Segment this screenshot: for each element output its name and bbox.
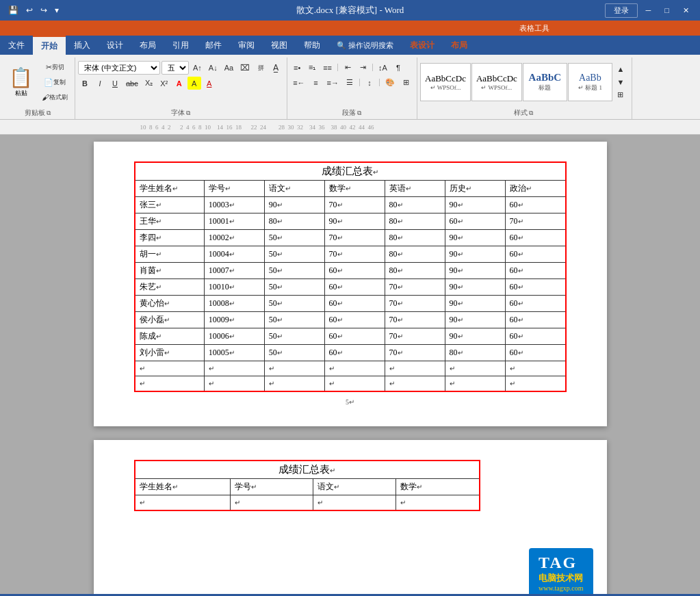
subscript-button[interactable]: X₂ <box>142 77 156 90</box>
line-spacing-button[interactable]: ↕ <box>363 76 376 89</box>
style-normal2-label: ↵ WPSOf... <box>481 84 512 91</box>
style-heading1[interactable]: AaBbC 标题 <box>523 63 567 101</box>
sort-button[interactable]: ↕A <box>376 61 390 74</box>
align-right-button[interactable]: ≡→ <box>324 76 341 89</box>
customize-qat-button[interactable]: ▾ <box>52 4 62 16</box>
style-normal[interactable]: AaBbCcDc ↵ WPSOf... <box>420 63 471 101</box>
table2-empty-row: ↵ ↵ ↵ ↵ <box>135 495 479 510</box>
superscript-button[interactable]: X² <box>157 77 171 90</box>
show-marks-button[interactable]: ¶ <box>391 61 405 74</box>
cell-history-0: 90↵ <box>445 197 505 213</box>
multilevel-list-button[interactable]: ≡≡ <box>320 61 335 74</box>
title-text: 散文.docx [兼容模式] - Word <box>296 5 404 15</box>
cut-button[interactable]: ✂ 剪切 <box>39 60 70 74</box>
tab-table-layout[interactable]: 布局 <box>443 36 476 55</box>
clipboard-expander[interactable]: ⧉ <box>47 109 51 117</box>
styles-expander[interactable]: ⧉ <box>529 109 533 117</box>
title-para-mark: ↵ <box>373 168 378 176</box>
strikethrough-button[interactable]: abc <box>123 77 141 90</box>
font-name-selector[interactable]: 宋体 (中文正文) <box>78 61 160 75</box>
clear-format-button[interactable]: ⌧ <box>237 62 252 75</box>
align-center-button[interactable]: ≡ <box>309 76 323 89</box>
decrease-font-button[interactable]: A↓ <box>206 62 220 75</box>
tab-file[interactable]: 文件 <box>0 36 33 55</box>
table-header-row: 学生姓名↵ 学号↵ 语文↵ 数学↵ 英语↵ 历史↵ 政治↵ <box>135 181 565 197</box>
para-divider-2 <box>372 64 373 71</box>
highlight-button[interactable]: A <box>187 77 201 90</box>
paste-button[interactable]: 📋 粘贴 <box>4 64 38 100</box>
styles-scroll-down[interactable]: ▼ <box>614 76 627 89</box>
paste-label: 粘贴 <box>15 89 27 98</box>
tab-insert[interactable]: 插入 <box>66 36 99 55</box>
header-chinese: 语文↵ <box>264 181 324 197</box>
font-color-button[interactable]: A <box>172 77 186 90</box>
style-normal2[interactable]: AaBbCcDc ↵ WPSOf... <box>471 63 522 101</box>
style-heading1-preview: AaBbC <box>529 72 562 83</box>
paragraph-expander[interactable]: ⧉ <box>357 109 361 117</box>
tab-layout[interactable]: 布局 <box>131 36 164 55</box>
tab-home[interactable]: 开始 <box>33 36 66 55</box>
copy-button[interactable]: 📄 复制 <box>39 75 70 89</box>
close-button[interactable]: ✕ <box>677 5 695 16</box>
tab-design[interactable]: 设计 <box>99 36 131 55</box>
border-button[interactable]: ⊞ <box>399 76 413 89</box>
ruler: 10 8 6 4 2 2 4 6 8 10 14 16 18 22 24 28 … <box>0 120 700 135</box>
align-left-button[interactable]: ≡← <box>290 76 307 89</box>
increase-font-button[interactable]: A↑ <box>190 62 205 75</box>
phonetics-button[interactable]: 拼 <box>254 62 268 75</box>
table2-title-row: 成绩汇总表↵ <box>135 461 479 479</box>
header-name: 学生姓名↵ <box>135 181 204 197</box>
bullets-button[interactable]: ≡• <box>290 61 304 74</box>
tab-references[interactable]: 引用 <box>164 36 197 55</box>
table-row: 肖茵↵ 10007↵ 50↵ 60↵ 80↵ 90↵ 60↵ <box>135 263 565 279</box>
increase-indent-button[interactable]: ⇥ <box>356 61 370 74</box>
table-2: 成绩汇总表↵ 学生姓名↵ 学号↵ 语文↵ 数学↵ ↵ ↵ ↵ ↵ <box>135 461 480 510</box>
table-row: 李四↵ 10002↵ 50↵ 70↵ 80↵ 90↵ 60↵ <box>135 230 565 246</box>
font-row-2: B I U abc X₂ X² A A A <box>78 77 216 90</box>
bold-button[interactable]: B <box>78 77 92 90</box>
header-id: 学号↵ <box>204 181 264 197</box>
style-normal-label: ↵ WPSOf... <box>430 84 461 91</box>
font-expander[interactable]: ⧉ <box>186 109 190 117</box>
para-divider-4 <box>379 79 380 86</box>
format-painter-button[interactable]: 🖌 格式刷 <box>39 90 70 104</box>
char-border-button[interactable]: A̲ <box>269 62 283 75</box>
styles-more[interactable]: ⊞ <box>614 88 627 101</box>
font-size-selector[interactable]: 五号 <box>161 61 189 75</box>
tab-mail[interactable]: 邮件 <box>197 36 230 55</box>
styles-scroll: AaBbCcDc ↵ WPSOf... AaBbCcDc ↵ WPSOf... … <box>420 63 612 101</box>
table-row: 张三↵ 10003↵ 90↵ 70↵ 80↵ 90↵ 60↵ <box>135 197 565 213</box>
tab-review[interactable]: 审阅 <box>230 36 263 55</box>
styles-scroll-up[interactable]: ▲ <box>614 63 627 76</box>
tag-label: TAG <box>539 554 583 572</box>
tag-url: www.tagxp.com <box>539 584 583 592</box>
search-input-tab[interactable]: 🔍 操作说明搜索 <box>328 36 402 55</box>
undo-button[interactable]: ↩ <box>23 4 36 16</box>
header-history: 历史↵ <box>445 181 505 197</box>
italic-button[interactable]: I <box>93 77 107 90</box>
table-1: 成绩汇总表↵ 学生姓名↵ 学号↵ 语文↵ 数学↵ 英语↵ 历史↵ 政治↵ 张三↵… <box>135 162 566 391</box>
tab-table-design[interactable]: 表设计 <box>402 36 443 55</box>
tab-view[interactable]: 视图 <box>263 36 296 55</box>
style-heading1-label: 标题 <box>539 83 551 92</box>
login-button[interactable]: 登录 <box>605 3 638 18</box>
font-case-button[interactable]: Aa <box>222 62 236 75</box>
underline-button[interactable]: U <box>108 77 122 90</box>
save-button[interactable]: 💾 <box>5 4 21 16</box>
redo-button[interactable]: ↪ <box>38 4 50 16</box>
numbered-list-button[interactable]: ≡₁ <box>305 61 319 74</box>
justify-button[interactable]: ☰ <box>343 76 357 89</box>
maximize-button[interactable]: □ <box>659 5 675 16</box>
font-color-btn2[interactable]: A <box>203 77 216 90</box>
tab-help[interactable]: 帮助 <box>296 36 328 55</box>
decrease-indent-button[interactable]: ⇤ <box>341 61 354 74</box>
t2-header-math: 数学↵ <box>396 479 479 495</box>
table2-title-text: 成绩汇总表 <box>278 464 330 475</box>
document-area: 成绩汇总表↵ 学生姓名↵ 学号↵ 语文↵ 数学↵ 英语↵ 历史↵ 政治↵ 张三↵… <box>0 135 700 594</box>
style-heading2[interactable]: AaBb ↵ 标题 1 <box>568 63 612 101</box>
minimize-button[interactable]: ─ <box>640 5 657 16</box>
shading-button[interactable]: 🎨 <box>383 76 398 89</box>
table2-header-row: 学生姓名↵ 学号↵ 语文↵ 数学↵ <box>135 479 479 495</box>
header-english: 英语↵ <box>385 181 445 197</box>
title-bar-left: 💾 ↩ ↪ ▾ <box>5 4 62 16</box>
